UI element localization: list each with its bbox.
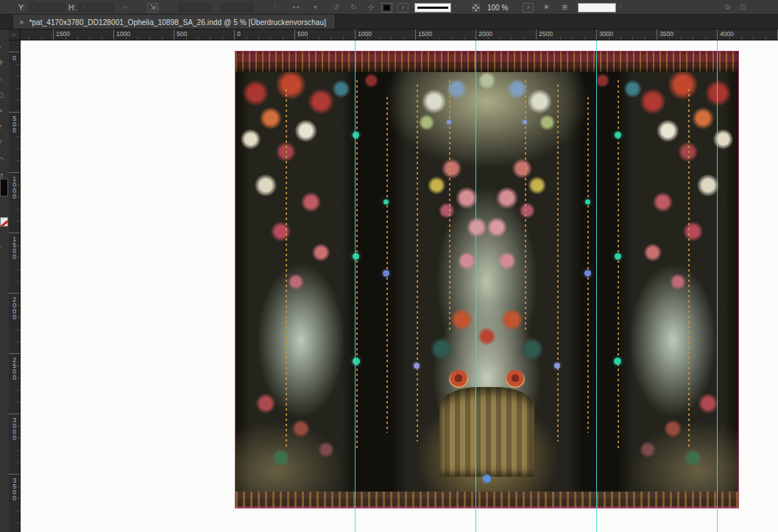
h-ruler-label: 3000 <box>599 30 613 38</box>
tool-icon[interactable]: ⌕ <box>0 243 8 251</box>
tab-close-icon[interactable]: × <box>19 18 24 26</box>
h-ruler-label: 0 <box>237 30 241 38</box>
h-ruler-label: 500 <box>297 30 308 38</box>
screen-mode-icon[interactable]: ⊡ <box>740 0 746 15</box>
y-position-field[interactable]: ↕ <box>29 0 65 15</box>
ruler-origin-box[interactable] <box>9 29 21 40</box>
v-ruler-label: 3500 <box>11 477 18 500</box>
gold-chain-strand <box>386 97 388 433</box>
horizontal-ruler[interactable]: 1500100050005001000150020002500300035004… <box>9 29 778 40</box>
chevron-down-icon[interactable]: ˇ <box>274 0 276 15</box>
tools-panel-strip[interactable]: ▸✛⟍◻✎T╱◠↺⌕ <box>0 29 9 532</box>
ruler-guide[interactable] <box>596 40 597 532</box>
stroke-style-dropdown[interactable] <box>414 0 451 15</box>
tool-icon[interactable]: ◻ <box>0 91 8 99</box>
h-ruler-label: 1500 <box>418 30 432 38</box>
tool-icon[interactable]: ✎ <box>0 107 8 115</box>
tool-icon[interactable]: ✛ <box>0 59 8 66</box>
stroke-color-swatch[interactable] <box>381 0 392 15</box>
pattern-image <box>236 72 738 492</box>
v-ruler-label: 1000 <box>11 175 18 199</box>
v-ruler-label: 500 <box>11 115 18 132</box>
gold-chain-strand <box>286 89 287 450</box>
v-ruler-label: 0 <box>11 54 18 60</box>
gold-chain-strand <box>557 85 559 441</box>
opacity-stepper[interactable]: › <box>523 0 534 15</box>
select-container-icon[interactable]: ⊹ <box>368 0 374 15</box>
stroke-none-swatch[interactable] <box>0 217 8 227</box>
height-field[interactable]: ↕ <box>79 0 114 15</box>
vertical-ruler[interactable]: 0500100015002000250030003500 <box>9 40 21 532</box>
opacity-field[interactable]: 100 % <box>487 0 508 15</box>
fill-color-swatch[interactable] <box>0 179 8 196</box>
ruler-guide[interactable] <box>717 40 718 532</box>
h-ruler-label: 500 <box>177 30 187 38</box>
tool-icon[interactable]: ╱ <box>0 140 8 147</box>
flip-vertical-icon[interactable]: ▾ <box>314 0 317 15</box>
pattern-temple-ruins <box>439 387 535 478</box>
rotate-ccw-icon[interactable]: ↺ <box>333 0 339 15</box>
bead-ornament <box>584 270 591 277</box>
effects-icon[interactable]: ✳ <box>543 0 549 15</box>
arrange-documents-icon[interactable]: ⧉ <box>725 0 730 15</box>
h-ruler-label: 1000 <box>358 30 372 38</box>
v-ruler-label: 2500 <box>11 356 18 380</box>
y-position-label: Y: <box>18 0 25 15</box>
tool-icon[interactable]: ▸ <box>0 43 8 50</box>
gold-chain-strand <box>449 80 450 332</box>
rotate-cw-icon[interactable]: ↻ <box>350 0 356 15</box>
ruler-guide[interactable] <box>355 40 356 532</box>
height-label: H: <box>68 0 76 15</box>
bead-ornament <box>615 132 621 138</box>
pattern-bottom-border <box>236 492 738 508</box>
pomegranate-left <box>449 370 468 388</box>
pattern-top-border <box>236 52 738 72</box>
h-ruler-label: 2000 <box>478 30 492 38</box>
gold-chain-strand <box>688 89 690 450</box>
v-ruler-label: 3000 <box>11 416 18 440</box>
opacity-checker-icon <box>472 0 480 15</box>
stroke-style-chevron-icon[interactable]: ˇ <box>455 0 457 15</box>
gold-chain-strand <box>525 80 526 332</box>
h-ruler-label: 4000 <box>720 30 734 38</box>
tool-icon[interactable]: ↺ <box>0 172 8 180</box>
bead-ornament <box>414 363 420 369</box>
gold-chain-strand <box>587 97 589 433</box>
document-title: *pat_4170x3780_DD128001_Ophelia_10898_SA… <box>29 18 326 26</box>
auto-fit-icon[interactable]: ⇲ <box>147 0 158 15</box>
constrain-proportions-icon[interactable]: ⌐ <box>124 0 128 15</box>
h-ruler-label: 1000 <box>116 30 130 38</box>
indesign-window: Y: ↕ H: ↕ ⌐ ⇲ ˇ ▸◂ ▾ ↺ ↻ ⊹ › ˇ 100 % › ✳… <box>0 0 778 532</box>
gold-chain-strand <box>417 85 418 441</box>
scale-x-field[interactable] <box>179 0 211 15</box>
h-ruler-label: 2500 <box>539 30 553 38</box>
v-ruler-label: 2000 <box>11 296 18 319</box>
rotation-field[interactable] <box>221 0 253 15</box>
object-styles-icon[interactable]: ≣ <box>562 0 567 15</box>
wallpaper-pattern-page[interactable] <box>236 52 738 508</box>
preview-swatch-dropdown[interactable] <box>578 0 616 15</box>
h-ruler-label: 1500 <box>56 30 70 38</box>
tool-icon[interactable]: T <box>0 124 8 131</box>
preview-swatch-chevron-icon[interactable]: ˇ <box>620 0 622 15</box>
tool-icon[interactable]: ⟍ <box>0 75 8 83</box>
bead-ornament <box>615 253 621 260</box>
bead-ornament <box>585 199 590 205</box>
document-tab[interactable]: × *pat_4170x3780_DD128001_Ophelia_10898_… <box>13 15 336 29</box>
h-ruler-label: 3500 <box>659 30 673 38</box>
control-bar: Y: ↕ H: ↕ ⌐ ⇲ ˇ ▸◂ ▾ ↺ ↻ ⊹ › ˇ 100 % › ✳… <box>0 0 778 15</box>
pomegranate-right <box>506 370 525 388</box>
document-tab-bar: × *pat_4170x3780_DD128001_Ophelia_10898_… <box>0 15 778 29</box>
v-ruler-label: 1500 <box>11 235 18 259</box>
stroke-weight-stepper[interactable]: › <box>397 0 409 15</box>
tool-icon[interactable]: ◠ <box>0 156 8 163</box>
ruler-guide[interactable] <box>475 40 476 532</box>
pasteboard[interactable] <box>21 40 778 532</box>
flip-horizontal-icon[interactable]: ▸◂ <box>293 0 299 15</box>
